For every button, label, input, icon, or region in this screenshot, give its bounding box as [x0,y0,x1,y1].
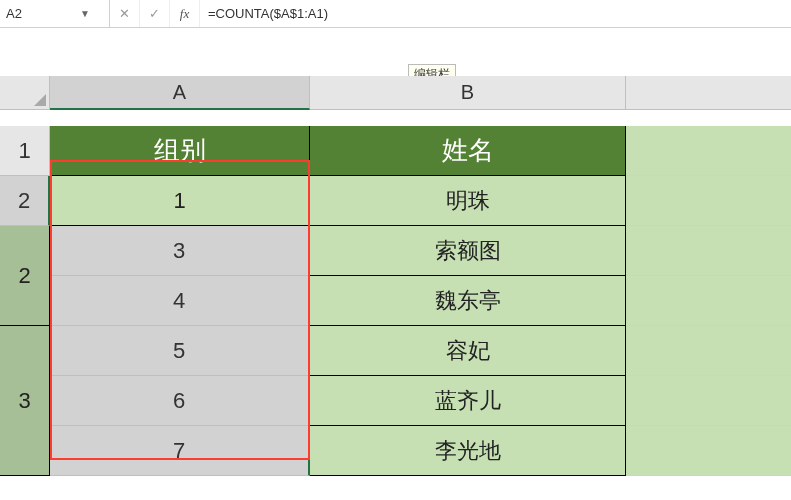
cell-B2[interactable]: 明珠 [310,176,626,226]
row-head-7[interactable]: 7 [50,426,310,476]
fx-button[interactable]: fx [170,0,200,27]
cancel-button[interactable]: ✕ [110,0,140,27]
cell-C1[interactable] [626,126,791,176]
ribbon-gap: 编辑栏 [0,28,791,76]
row-head-5[interactable]: 5 [50,326,310,376]
name-box[interactable] [6,6,76,21]
col-head-B[interactable]: B [310,76,626,110]
cell-B6[interactable]: 蓝齐儿 [310,376,626,426]
cell-A1[interactable]: 组别 [50,126,310,176]
cell-C3[interactable] [626,226,791,276]
cell-C4[interactable] [626,276,791,326]
col-head-A[interactable]: A [50,76,310,110]
cell-C7[interactable] [626,426,791,476]
cell-B5[interactable]: 容妃 [310,326,626,376]
formula-bar: ▼ ✕ ✓ fx [0,0,791,28]
cell-C5[interactable] [626,326,791,376]
cell-B7[interactable]: 李光地 [310,426,626,476]
row-head-4[interactable]: 4 [50,276,310,326]
select-all-corner[interactable] [0,76,50,110]
col-head-extra[interactable] [626,76,791,110]
name-box-container: ▼ [0,0,110,27]
spreadsheet-grid: A B 1 组别 姓名 2 1 明珠 3 2 索额图 4 魏东亭 5 3 容妃 … [0,76,791,476]
confirm-button[interactable]: ✓ [140,0,170,27]
row-head-6[interactable]: 6 [50,376,310,426]
cell-C6[interactable] [626,376,791,426]
row-head-3[interactable]: 3 [50,226,310,276]
cell-B4[interactable]: 魏东亭 [310,276,626,326]
cell-A3-A4-merged[interactable]: 2 [0,226,50,326]
formula-input[interactable] [200,0,791,27]
row-head-2[interactable]: 2 [0,176,50,226]
cell-B1[interactable]: 姓名 [310,126,626,176]
cell-A5-A7-merged[interactable]: 3 [0,326,50,476]
name-box-dropdown[interactable]: ▼ [76,8,94,19]
cell-A2[interactable]: 1 [50,176,310,226]
row-head-1[interactable]: 1 [0,126,50,176]
cell-C2[interactable] [626,176,791,226]
cell-B3[interactable]: 索额图 [310,226,626,276]
